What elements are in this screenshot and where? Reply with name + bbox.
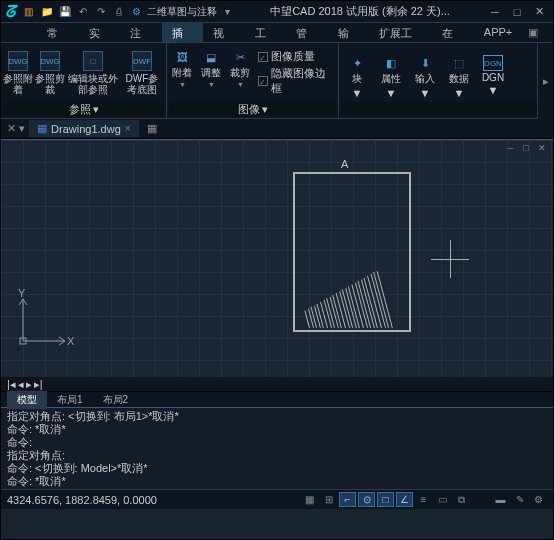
menu-annotate[interactable]: 注释: [120, 23, 162, 42]
new-icon[interactable]: ▥: [21, 4, 36, 19]
dropdown-icon[interactable]: ▾: [220, 4, 235, 19]
image-attach-button[interactable]: 🖼附着▼: [169, 45, 196, 102]
title-bar: ᘔ ▥ 📁 💾 ↶ ↷ ⎙ ⚙ 二维草图与注释 ▾ 中望CAD 2018 试用版…: [1, 1, 553, 23]
snap-icon[interactable]: ⊞: [320, 492, 337, 507]
data-icon: ⬚: [451, 55, 467, 71]
ucs-icon: YX: [15, 291, 75, 353]
tab-list-icon[interactable]: ▦: [147, 122, 157, 135]
undo-icon[interactable]: ↶: [75, 4, 90, 19]
tab-layout1[interactable]: 布局1: [47, 391, 93, 409]
close-tab-icon[interactable]: ×: [125, 123, 131, 134]
annotation-label: A: [341, 158, 348, 170]
redo-icon[interactable]: ↷: [93, 4, 108, 19]
annotation-icon[interactable]: ✎: [511, 492, 528, 507]
ribbon: DWG参照附着 DWG参照剪裁 □编辑块或外部参照 DWFDWF参考底图 参照▾…: [1, 43, 553, 119]
cmd-line: 命令: <切换到: Model>*取消*: [7, 462, 547, 475]
tab-nav-icon[interactable]: ✕ ▾: [7, 122, 25, 135]
drawing-canvas[interactable]: ─ □ ✕ A document.write(Array.from({lengt…: [1, 139, 553, 377]
open-icon[interactable]: 📁: [39, 4, 54, 19]
attach-ref-button[interactable]: DWG参照附着: [3, 45, 33, 101]
status-bar: 4324.6576, 1882.8459, 0.0000 ▦ ⊞ ⌐ ⊙ □ ∠…: [1, 489, 553, 509]
menu-solid[interactable]: 实体: [79, 23, 121, 42]
group-expand-icon[interactable]: ▾: [93, 103, 99, 116]
svg-text:Y: Y: [18, 287, 26, 299]
image-adjust-button[interactable]: ⬓调整▼: [198, 45, 225, 102]
image-clip-button[interactable]: ✂裁剪▼: [227, 45, 254, 102]
tab-layout2[interactable]: 布局2: [93, 391, 139, 409]
quick-access-toolbar: ▥ 📁 💾 ↶ ↷ ⎙ ⚙ 二维草图与注释 ▾: [21, 4, 235, 19]
menu-app[interactable]: APP+: [474, 23, 522, 42]
edit-icon: □: [83, 51, 103, 71]
edit-block-button[interactable]: □编辑块或外部参照: [67, 45, 119, 101]
document-tab[interactable]: ▦ Drawing1.dwg ×: [29, 120, 139, 137]
drawing-hatch: document.write(Array.from({length:24},(_…: [309, 268, 399, 328]
dwf-underlay-button[interactable]: DWFDWF参考底图: [121, 45, 163, 101]
workspace-label[interactable]: 二维草图与注释: [147, 5, 217, 19]
otrack-icon[interactable]: ∠: [396, 492, 413, 507]
workspace-icon[interactable]: ⚙: [129, 4, 144, 19]
image-quality-check[interactable]: 图像质量: [258, 49, 334, 64]
ribbon-group-image: 🖼附着▼ ⬓调整▼ ✂裁剪▼ 图像质量 隐藏图像边框 图像▾: [167, 43, 339, 118]
attr-icon: ◧: [383, 55, 399, 71]
cmd-line: 命令: *取消*: [7, 423, 547, 436]
print-icon[interactable]: ⎙: [111, 4, 126, 19]
save-icon[interactable]: 💾: [57, 4, 72, 19]
maximize-button[interactable]: □: [507, 4, 527, 20]
cmd-line: 指定对角点:: [7, 449, 547, 462]
cycle-icon[interactable]: ⧉: [453, 492, 470, 507]
import-button[interactable]: ⬇输入▼: [409, 51, 441, 102]
menu-manage[interactable]: 管理: [286, 23, 328, 42]
file-icon: ▦: [37, 122, 47, 135]
nav-last-icon[interactable]: ▸|: [34, 378, 43, 391]
menu-output[interactable]: 输出: [328, 23, 370, 42]
polar-icon[interactable]: ⊙: [358, 492, 375, 507]
crosshair-cursor-icon: [431, 240, 469, 278]
nav-next-icon[interactable]: ▸: [26, 378, 32, 391]
ribbon-overflow-button[interactable]: ▸: [537, 43, 553, 119]
settings-icon[interactable]: ⚙: [530, 492, 547, 507]
svg-text:X: X: [67, 335, 75, 347]
grid-icon[interactable]: ▦: [301, 492, 318, 507]
nav-first-icon[interactable]: |◂: [7, 378, 16, 391]
hide-frame-check[interactable]: 隐藏图像边框: [258, 66, 334, 96]
minimize-button[interactable]: ─: [485, 4, 505, 20]
app-logo-icon: ᘔ: [5, 3, 15, 21]
menu-bar: 常用 实体 注释 插入 视图 工具 管理 输出 扩展工具 在线 APP+ ▣ ▾: [1, 23, 553, 43]
attr-button[interactable]: ◧属性▼: [375, 51, 407, 102]
command-line[interactable]: 指定对角点: <切换到: 布局1>*取消* 命令: *取消* 命令: 指定对角点…: [1, 407, 553, 489]
menu-insert[interactable]: 插入: [162, 23, 204, 42]
menu-home[interactable]: 常用: [37, 23, 79, 42]
dyn-icon[interactable]: ▭: [434, 492, 451, 507]
dgn-button[interactable]: DGNDGN▼: [477, 51, 509, 102]
menu-view[interactable]: 视图: [203, 23, 245, 42]
clip-icon: ✂: [232, 49, 248, 65]
close-button[interactable]: ✕: [529, 4, 549, 20]
adjust-icon: ⬓: [203, 49, 219, 65]
dwf-icon: DWF: [132, 51, 152, 71]
cmd-line: 命令:: [7, 436, 547, 449]
group-expand-icon[interactable]: ▾: [262, 103, 268, 116]
model-icon[interactable]: ▬: [492, 492, 509, 507]
attach-icon: 🖼: [174, 49, 190, 65]
grid-background: [1, 140, 553, 377]
menu-online[interactable]: 在线: [432, 23, 474, 42]
checkbox-icon: [258, 52, 268, 62]
menu-ext[interactable]: 扩展工具: [369, 23, 432, 42]
import-icon: ⬇: [417, 55, 433, 71]
ortho-icon[interactable]: ⌐: [339, 492, 356, 507]
nav-prev-icon[interactable]: ◂: [18, 378, 24, 391]
dwg-icon: DWG: [8, 51, 28, 71]
dgn-icon: DGN: [483, 55, 503, 71]
block-button[interactable]: ✦块▼: [341, 51, 373, 102]
document-tabs: ✕ ▾ ▦ Drawing1.dwg × ▦: [1, 119, 553, 139]
cmd-line: 指定对角点: <切换到: 布局1>*取消*: [7, 410, 547, 423]
tab-model[interactable]: 模型: [7, 391, 47, 409]
ribbon-group-block: ✦块▼ ◧属性▼ ⬇输入▼ ⬚数据▼ DGNDGN▼: [339, 43, 553, 118]
data-button[interactable]: ⬚数据▼: [443, 51, 475, 102]
lwt-icon[interactable]: ≡: [415, 492, 432, 507]
osnap-icon[interactable]: □: [377, 492, 394, 507]
layout-tabs: 模型 布局1 布局2: [1, 391, 553, 407]
ribbon-toggle-icon[interactable]: ▣ ▾: [522, 23, 553, 42]
menu-tools[interactable]: 工具: [245, 23, 287, 42]
clip-ref-button[interactable]: DWG参照剪裁: [35, 45, 65, 101]
